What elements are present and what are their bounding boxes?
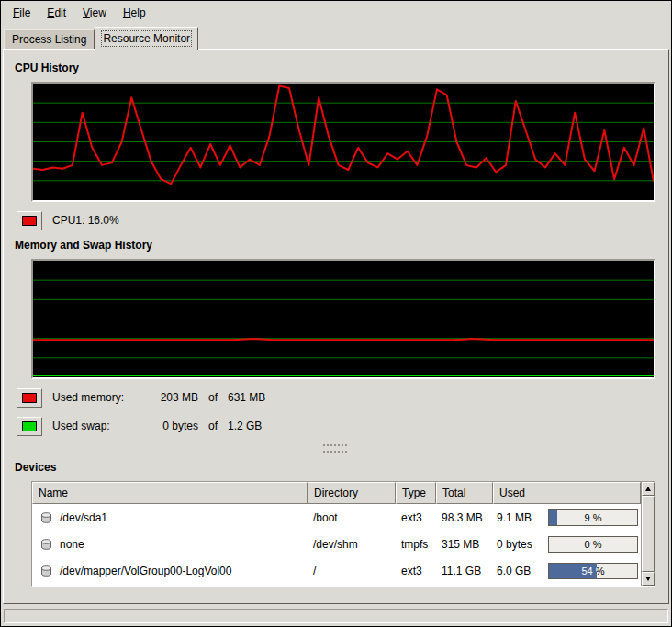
device-name: /dev/mapper/VolGroup00-LogVol00	[60, 565, 231, 577]
swap-legend-row: Used swap: 0 bytes of 1.2 GB	[17, 416, 657, 436]
column-header-directory[interactable]: Directory	[308, 482, 396, 504]
column-header-total[interactable]: Total	[436, 482, 493, 504]
device-used: 9.1 MB	[497, 511, 543, 524]
device-used-cell: 0 bytes0 %0 %	[493, 536, 641, 553]
device-used: 0 bytes	[497, 538, 543, 551]
memory-history-title: Memory and Swap History	[15, 239, 657, 252]
menu-bar: File Edit View Help	[1, 1, 671, 25]
device-name: /dev/sda1	[60, 511, 107, 524]
pane-resize-grip[interactable]	[323, 444, 347, 453]
usage-progress-fill: 54 %	[549, 564, 597, 578]
cpu-color-swatch[interactable]	[17, 211, 42, 230]
column-header-used[interactable]: Used	[493, 482, 641, 504]
system-monitor-window: File Edit View Help Process Listing Reso…	[0, 0, 672, 627]
column-header-name[interactable]: Name	[32, 482, 308, 504]
menu-view[interactable]: View	[74, 2, 115, 24]
device-total: 315 MB	[436, 538, 493, 551]
usage-progress-bar: 54 %54 %	[548, 563, 638, 579]
swap-used-value: 0 bytes	[147, 420, 198, 432]
device-type: tmpfs	[396, 538, 436, 551]
table-row[interactable]: /dev/sda1/bootext398.3 MB9.1 MB9 %9 %	[32, 504, 641, 531]
device-total: 98.3 MB	[436, 511, 493, 524]
devices-scrollbar[interactable]	[641, 482, 655, 586]
tab-resource-monitor[interactable]: Resource Monitor	[95, 27, 198, 50]
tab-process-listing[interactable]: Process Listing	[4, 29, 95, 49]
memory-total-value: 631 MB	[228, 391, 265, 404]
tab-bar: Process Listing Resource Monitor	[1, 25, 671, 49]
memory-legend-row: Used memory: 203 MB of 631 MB	[17, 387, 657, 408]
devices-table: NameDirectoryTypeTotalUsed /dev/sda1/boo…	[31, 481, 655, 587]
memory-color-sample	[22, 393, 37, 403]
device-directory: /	[308, 565, 396, 577]
cpu-color-sample	[22, 216, 37, 226]
device-directory: /dev/shm	[308, 538, 396, 551]
usage-percent-label: 9 %	[549, 510, 637, 525]
devices-table-header: NameDirectoryTypeTotalUsed	[32, 482, 641, 504]
table-row[interactable]: none/dev/shmtmpfs315 MB0 bytes0 %0 %	[32, 531, 641, 557]
cpu-legend-row: CPU1: 16.0%	[17, 210, 657, 230]
usage-progress-fill: 9 %	[549, 510, 557, 525]
usage-percent-label: 54 %	[549, 564, 597, 578]
cpu-history-title: CPU History	[15, 62, 657, 74]
cpu-history-chart-frame	[31, 82, 655, 202]
menu-help[interactable]: Help	[115, 2, 154, 24]
devices-table-body: /dev/sda1/bootext398.3 MB9.1 MB9 %9 %non…	[32, 504, 641, 584]
device-type: ext3	[396, 511, 436, 524]
arrow-up-icon	[645, 487, 651, 491]
device-total: 11.1 GB	[436, 565, 493, 577]
device-used: 6.0 GB	[497, 565, 543, 577]
device-directory: /boot	[308, 511, 396, 524]
swap-total-value: 1.2 GB	[228, 420, 262, 432]
status-bar	[4, 609, 668, 623]
column-header-type[interactable]: Type	[396, 482, 436, 504]
cpu-legend-label: CPU1: 16.0%	[52, 214, 119, 227]
devices-title: Devices	[15, 461, 657, 474]
usage-percent-label: 9 %	[549, 510, 557, 525]
scroll-down-button[interactable]	[642, 572, 655, 586]
swap-color-sample	[22, 421, 37, 431]
usage-progress-bar: 0 %0 %	[548, 536, 638, 553]
disk-icon	[39, 511, 53, 524]
swap-of-text: of	[208, 420, 218, 432]
memory-history-chart	[33, 261, 654, 377]
swap-legend-label: Used swap:	[52, 420, 147, 432]
usage-progress-bar: 9 %9 %	[548, 509, 638, 526]
device-name-cell: /dev/mapper/VolGroup00-LogVol00	[32, 565, 308, 577]
devices-tree: NameDirectoryTypeTotalUsed /dev/sda1/boo…	[32, 482, 641, 586]
device-name: none	[60, 538, 84, 551]
memory-color-swatch[interactable]	[17, 388, 42, 408]
device-used-cell: 9.1 MB9 %9 %	[493, 509, 641, 526]
cpu-history-chart	[33, 84, 654, 200]
resource-monitor-page: CPU History CPU1: 16.0% Memory and Swap …	[3, 49, 669, 604]
memory-used-value: 203 MB	[147, 391, 198, 404]
scroll-up-button[interactable]	[642, 482, 655, 496]
device-name-cell: none	[32, 538, 308, 551]
menu-file[interactable]: File	[5, 2, 39, 24]
scrollbar-thumb[interactable]	[642, 496, 655, 572]
usage-percent-label: 0 %	[549, 537, 637, 552]
swap-color-swatch[interactable]	[17, 417, 42, 436]
table-row[interactable]: /dev/mapper/VolGroup00-LogVol00/ext311.1…	[32, 557, 641, 584]
device-name-cell: /dev/sda1	[32, 511, 308, 524]
memory-history-chart-frame	[31, 259, 655, 379]
device-used-cell: 6.0 GB54 %54 %	[493, 563, 641, 579]
disk-icon	[39, 565, 53, 577]
arrow-down-icon	[645, 577, 651, 581]
disk-icon	[39, 538, 53, 551]
memory-legend-label: Used memory:	[52, 391, 147, 404]
menu-edit[interactable]: Edit	[39, 2, 74, 24]
memory-of-text: of	[208, 391, 218, 404]
device-type: ext3	[396, 565, 436, 577]
